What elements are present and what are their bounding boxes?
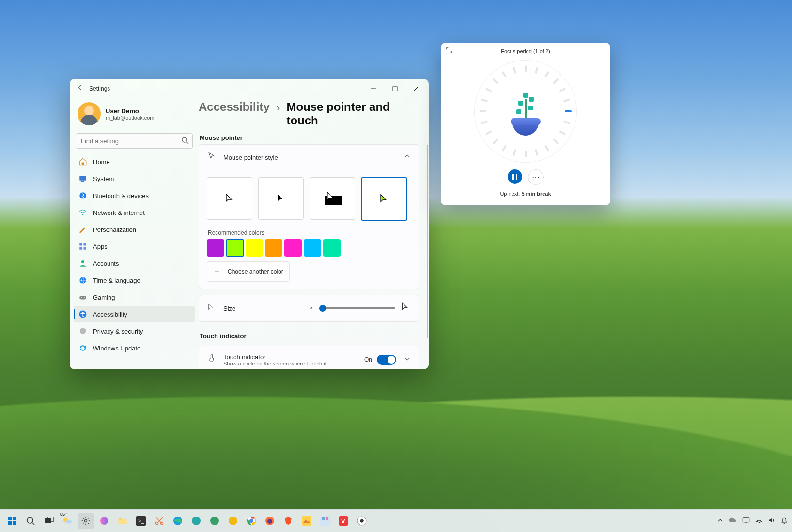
breadcrumb-parent[interactable]: Accessibility [199, 100, 270, 114]
back-button[interactable] [72, 84, 89, 93]
weather-widget[interactable]: 85° [59, 513, 76, 529]
start-button[interactable] [4, 513, 20, 529]
color-swatch[interactable] [265, 239, 282, 257]
network-icon [78, 208, 87, 217]
taskbar-app-terminal[interactable]: >_ [133, 513, 149, 529]
pointer-style-black[interactable] [258, 177, 304, 220]
svg-text:V: V [341, 517, 345, 525]
touch-indicator-card[interactable]: Touch indicator Show a circle on the scr… [199, 346, 419, 369]
taskbar-app-settings[interactable] [78, 513, 94, 529]
taskbar-app-firefox[interactable] [262, 513, 278, 529]
cursor-icon [207, 152, 217, 163]
svg-rect-35 [119, 520, 127, 524]
tray-overflow-icon[interactable] [717, 517, 723, 525]
minimize-button[interactable] [363, 81, 384, 96]
taskbar-app-copilot[interactable] [96, 513, 112, 529]
taskbar-app-generic-3[interactable] [354, 513, 370, 529]
svg-point-13 [81, 260, 84, 263]
tray-language-icon[interactable] [742, 516, 750, 526]
pointer-style-inverted[interactable] [310, 177, 355, 220]
taskbar-search-button[interactable] [22, 513, 39, 529]
tray-onedrive-icon[interactable] [728, 516, 737, 526]
avatar [78, 102, 101, 125]
taskbar-app-edge-dev[interactable] [206, 513, 223, 529]
taskbar-app-explorer[interactable] [114, 513, 131, 529]
update-icon [78, 344, 87, 352]
svg-rect-23 [8, 517, 12, 520]
svg-rect-6 [81, 181, 84, 182]
tray-volume-icon[interactable] [768, 517, 776, 526]
taskbar-app-generic-2[interactable] [317, 513, 333, 529]
pointer-style-white[interactable] [207, 177, 252, 220]
svg-line-28 [32, 523, 34, 525]
sidebar-item-system[interactable]: System [74, 170, 195, 187]
svg-point-16 [81, 297, 82, 298]
sidebar-item-privacy[interactable]: Privacy & security [74, 323, 195, 339]
taskbar-app-snip[interactable] [151, 513, 168, 529]
svg-rect-56 [745, 522, 747, 523]
svg-text:>_: >_ [138, 518, 144, 524]
sidebar-item-network[interactable]: Network & internet [74, 204, 195, 221]
focus-upnext: Up next: 5 min break [500, 191, 551, 197]
svg-point-32 [65, 520, 72, 523]
pointer-size-card: Size [199, 295, 419, 322]
mouse-pointer-style-header[interactable]: Mouse pointer style [199, 145, 419, 170]
choose-another-color-button[interactable]: ＋ Choose another color [207, 261, 290, 282]
svg-rect-1 [393, 87, 397, 91]
taskbar-app-chrome[interactable] [243, 513, 260, 529]
taskbar-app-edge-canary[interactable] [225, 513, 241, 529]
section-mouse-pointer-label: Mouse pointer [200, 134, 419, 141]
tray-notifications-icon[interactable] [780, 517, 788, 526]
taskbar-app-vivaldi[interactable]: V [335, 513, 352, 529]
expand-icon[interactable] [446, 47, 452, 56]
color-swatch[interactable] [226, 239, 244, 257]
svg-rect-24 [13, 517, 16, 520]
focus-more-button[interactable]: ⋯ [528, 169, 544, 185]
sidebar-item-label: Accounts [93, 260, 119, 267]
search-input[interactable] [76, 133, 193, 149]
maximize-button[interactable] [384, 81, 405, 96]
tray-network-icon[interactable] [755, 517, 763, 526]
svg-rect-11 [79, 247, 82, 250]
color-swatch[interactable] [207, 239, 224, 257]
task-view-button[interactable] [41, 513, 57, 529]
svg-rect-10 [84, 243, 86, 245]
taskbar-app-edge-beta[interactable] [188, 513, 204, 529]
touch-indicator-toggle[interactable] [377, 355, 396, 365]
sidebar-item-home[interactable]: Home [74, 153, 195, 170]
chevron-down-icon[interactable] [404, 355, 411, 364]
sidebar-item-gaming[interactable]: Gaming [74, 289, 195, 305]
taskbar-app-brave[interactable] [280, 513, 296, 529]
sidebar-item-accessibility[interactable]: Accessibility [74, 306, 195, 322]
close-button[interactable] [405, 81, 427, 96]
sidebar-item-personalization[interactable]: Personalization [74, 221, 195, 238]
sidebar-item-update[interactable]: Windows Update [74, 340, 195, 356]
pointer-style-custom-color[interactable] [361, 177, 407, 221]
touch-indicator-title: Touch indicator [223, 353, 326, 361]
sidebar-item-accounts[interactable]: Accounts [74, 255, 195, 272]
search-box [76, 133, 193, 149]
content-pane: Accessibility › Mouse pointer and touch … [199, 98, 429, 369]
svg-point-42 [210, 517, 219, 525]
sidebar-item-apps[interactable]: Apps [74, 238, 195, 255]
touch-indicator-subtitle: Show a circle on the screen where I touc… [223, 361, 326, 366]
large-cursor-icon [400, 302, 411, 315]
sidebar-item-time[interactable]: Time & language [74, 272, 195, 289]
size-slider[interactable] [319, 307, 395, 309]
sidebar-item-label: Network & internet [93, 209, 145, 216]
color-swatch[interactable] [304, 239, 321, 257]
focus-pause-button[interactable] [508, 169, 522, 184]
color-swatch[interactable] [284, 239, 302, 257]
sidebar-item-label: Personalization [93, 226, 136, 233]
taskbar-app-edge[interactable] [170, 513, 186, 529]
color-swatch[interactable] [246, 239, 263, 257]
user-account-row[interactable]: User Demo m_lab@outlook.com [74, 98, 195, 132]
focus-widget: Focus period (1 of 2) ⋯ Up next: 5 min b… [441, 43, 610, 205]
scrollbar-thumb[interactable] [427, 145, 428, 338]
focus-upnext-value: 5 min break [521, 191, 551, 197]
sidebar-item-label: Privacy & security [93, 328, 143, 335]
color-swatch[interactable] [323, 239, 341, 257]
taskbar-app-generic-1[interactable] [298, 513, 315, 529]
sidebar-item-bluetooth[interactable]: Bluetooth & devices [74, 187, 195, 204]
svg-rect-55 [743, 517, 749, 522]
